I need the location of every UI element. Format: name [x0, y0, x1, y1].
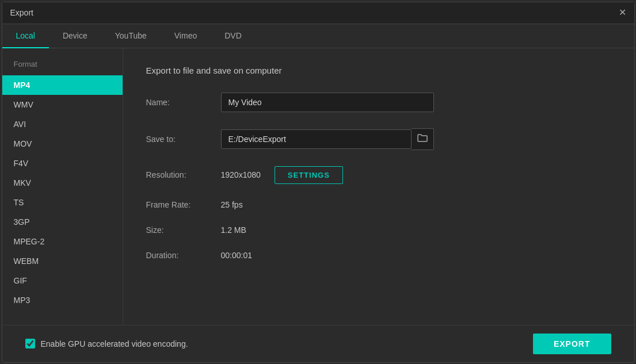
tab-vimeo[interactable]: Vimeo: [161, 24, 211, 48]
name-row: Name:: [146, 93, 611, 112]
save-to-wrapper: [221, 128, 434, 150]
sidebar-item-webm[interactable]: WEBM: [2, 251, 123, 271]
gpu-option-wrapper: Enable GPU accelerated video encoding.: [25, 339, 188, 348]
sidebar-item-mpeg2[interactable]: MPEG-2: [2, 232, 123, 251]
duration-row: Duration: 00:00:01: [146, 251, 611, 260]
resolution-label: Resolution:: [146, 170, 221, 179]
save-to-label: Save to:: [146, 135, 221, 144]
sidebar-item-mov[interactable]: MOV: [2, 134, 123, 154]
folder-icon: [417, 133, 428, 143]
gpu-checkbox[interactable]: [25, 339, 35, 348]
sidebar-item-3gp[interactable]: 3GP: [2, 212, 123, 232]
export-dialog: Export ✕ Local Device YouTube Vimeo DVD …: [2, 2, 635, 363]
folder-browse-button[interactable]: [412, 128, 434, 150]
content-area: Format MP4 WMV AVI MOV F4V MKV TS 3GP MP…: [2, 48, 634, 325]
sidebar-item-wmv[interactable]: WMV: [2, 95, 123, 114]
sidebar-item-mp3[interactable]: MP3: [2, 290, 123, 310]
name-label: Name:: [146, 98, 221, 107]
size-value: 1.2 MB: [221, 225, 246, 235]
sidebar: Format MP4 WMV AVI MOV F4V MKV TS 3GP MP…: [2, 48, 123, 325]
sidebar-item-gif[interactable]: GIF: [2, 271, 123, 290]
sidebar-item-mp4[interactable]: MP4: [2, 75, 123, 95]
panel-title: Export to file and save on computer: [146, 66, 611, 75]
frame-rate-label: Frame Rate:: [146, 200, 221, 209]
tabs-bar: Local Device YouTube Vimeo DVD: [2, 24, 634, 48]
name-input[interactable]: [221, 93, 434, 112]
export-button[interactable]: EXPORT: [533, 334, 611, 354]
size-label: Size:: [146, 225, 221, 235]
resolution-controls: 1920x1080 SETTINGS: [221, 166, 343, 184]
sidebar-header: Format: [2, 58, 123, 75]
tab-dvd[interactable]: DVD: [211, 24, 256, 48]
duration-label: Duration:: [146, 251, 221, 260]
tab-local[interactable]: Local: [2, 24, 49, 48]
sidebar-item-mkv[interactable]: MKV: [2, 173, 123, 193]
gpu-label: Enable GPU accelerated video encoding.: [41, 339, 188, 348]
sidebar-item-ts[interactable]: TS: [2, 193, 123, 212]
sidebar-item-f4v[interactable]: F4V: [2, 154, 123, 173]
main-panel: Export to file and save on computer Name…: [123, 48, 634, 325]
resolution-value: 1920x1080: [221, 170, 261, 179]
sidebar-item-avi[interactable]: AVI: [2, 114, 123, 134]
bottom-bar: Enable GPU accelerated video encoding. E…: [2, 325, 634, 362]
frame-rate-row: Frame Rate: 25 fps: [146, 200, 611, 209]
tab-youtube[interactable]: YouTube: [101, 24, 161, 48]
frame-rate-value: 25 fps: [221, 200, 243, 209]
close-button[interactable]: ✕: [619, 8, 626, 17]
title-bar: Export ✕: [2, 2, 634, 24]
duration-value: 00:00:01: [221, 251, 253, 260]
settings-button[interactable]: SETTINGS: [275, 166, 343, 184]
dialog-title: Export: [10, 8, 33, 17]
save-to-row: Save to:: [146, 128, 611, 150]
size-row: Size: 1.2 MB: [146, 225, 611, 235]
resolution-row: Resolution: 1920x1080 SETTINGS: [146, 166, 611, 184]
save-to-input[interactable]: [221, 129, 412, 149]
tab-device[interactable]: Device: [49, 24, 101, 48]
